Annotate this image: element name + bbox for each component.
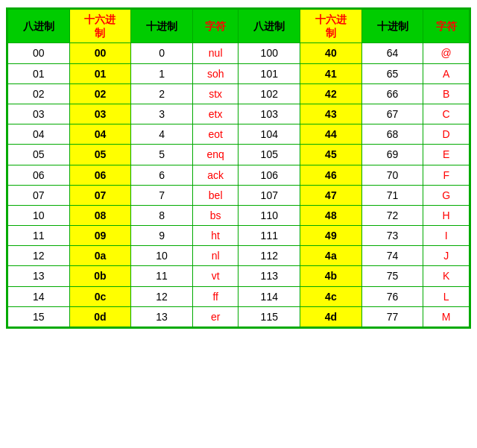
- cell-4-5: 44: [300, 124, 362, 145]
- cell-7-0: 07: [8, 185, 70, 205]
- cell-4-1: 04: [69, 124, 131, 145]
- cell-9-2: 9: [131, 226, 193, 246]
- cell-2-2: 2: [131, 83, 193, 104]
- cell-9-7: I: [423, 226, 470, 246]
- table-row: 10088bs1104872H: [8, 205, 470, 225]
- cell-5-4: 105: [238, 145, 300, 165]
- cell-8-4: 110: [238, 205, 300, 225]
- cell-3-4: 103: [238, 104, 300, 124]
- cell-0-7: @: [423, 43, 470, 63]
- table-row: 05055enq1054569E: [8, 145, 470, 165]
- cell-12-1: 0c: [69, 286, 131, 306]
- cell-11-4: 113: [238, 266, 300, 286]
- cell-3-2: 3: [131, 104, 193, 124]
- cell-13-7: M: [423, 306, 470, 326]
- cell-5-7: E: [423, 145, 470, 165]
- cell-7-4: 107: [238, 185, 300, 205]
- cell-3-3: etx: [192, 104, 238, 124]
- cell-6-1: 06: [69, 165, 131, 185]
- table-row: 140c12ff1144c76L: [8, 286, 470, 306]
- cell-4-3: eot: [192, 124, 238, 145]
- cell-3-7: C: [423, 104, 470, 124]
- cell-5-3: enq: [192, 145, 238, 165]
- cell-11-1: 0b: [69, 266, 131, 286]
- cell-10-0: 12: [8, 246, 70, 266]
- cell-7-5: 47: [300, 185, 362, 205]
- cell-9-6: 73: [361, 226, 423, 246]
- header-oct1: 八进制: [8, 10, 70, 43]
- cell-6-7: F: [423, 165, 470, 185]
- cell-12-4: 114: [238, 286, 300, 306]
- header-hex1: 十六进制: [69, 10, 131, 43]
- cell-1-6: 65: [361, 63, 423, 83]
- header-hex2: 十六进制: [300, 10, 362, 43]
- cell-9-0: 11: [8, 226, 70, 246]
- cell-5-1: 05: [69, 145, 131, 165]
- cell-4-4: 104: [238, 124, 300, 145]
- cell-10-5: 4a: [300, 246, 362, 266]
- cell-0-0: 00: [8, 43, 70, 63]
- cell-1-0: 01: [8, 63, 70, 83]
- header-oct2: 八进制: [238, 10, 300, 43]
- cell-3-5: 43: [300, 104, 362, 124]
- cell-5-6: 69: [361, 145, 423, 165]
- cell-8-6: 72: [361, 205, 423, 225]
- table-row: 04044eot1044468D: [8, 124, 470, 145]
- table-row: 07077bel1074771G: [8, 185, 470, 205]
- cell-7-6: 71: [361, 185, 423, 205]
- cell-5-0: 05: [8, 145, 70, 165]
- cell-6-2: 6: [131, 165, 193, 185]
- cell-8-5: 48: [300, 205, 362, 225]
- table-row: 150d13er1154d77M: [8, 306, 470, 326]
- cell-12-5: 4c: [300, 286, 362, 306]
- cell-6-0: 06: [8, 165, 70, 185]
- cell-7-2: 7: [131, 185, 193, 205]
- table-row: 120a10nl1124a74J: [8, 246, 470, 266]
- cell-10-1: 0a: [69, 246, 131, 266]
- cell-8-3: bs: [192, 205, 238, 225]
- cell-13-6: 77: [361, 306, 423, 326]
- cell-1-4: 101: [238, 63, 300, 83]
- cell-12-0: 14: [8, 286, 70, 306]
- table-row: 01011soh1014165A: [8, 63, 470, 83]
- cell-0-4: 100: [238, 43, 300, 63]
- cell-0-5: 40: [300, 43, 362, 63]
- cell-12-3: ff: [192, 286, 238, 306]
- cell-4-2: 4: [131, 124, 193, 145]
- cell-13-5: 4d: [300, 306, 362, 326]
- cell-11-7: K: [423, 266, 470, 286]
- cell-12-2: 12: [131, 286, 193, 306]
- header-dec2: 十进制: [361, 10, 423, 43]
- cell-2-1: 02: [69, 83, 131, 104]
- cell-1-7: A: [423, 63, 470, 83]
- cell-11-0: 13: [8, 266, 70, 286]
- cell-4-0: 04: [8, 124, 70, 145]
- cell-1-3: soh: [192, 63, 238, 83]
- cell-5-5: 45: [300, 145, 362, 165]
- cell-9-5: 49: [300, 226, 362, 246]
- table-row: 06066ack1064670F: [8, 165, 470, 185]
- cell-8-1: 08: [69, 205, 131, 225]
- cell-3-1: 03: [69, 104, 131, 124]
- cell-13-3: er: [192, 306, 238, 326]
- cell-12-7: L: [423, 286, 470, 306]
- cell-13-4: 115: [238, 306, 300, 326]
- cell-1-2: 1: [131, 63, 193, 83]
- cell-10-4: 112: [238, 246, 300, 266]
- cell-13-1: 0d: [69, 306, 131, 326]
- cell-10-7: J: [423, 246, 470, 266]
- cell-8-7: H: [423, 205, 470, 225]
- cell-6-3: ack: [192, 165, 238, 185]
- cell-8-0: 10: [8, 205, 70, 225]
- table-row: 03033etx1034367C: [8, 104, 470, 124]
- cell-9-1: 09: [69, 226, 131, 246]
- cell-10-6: 74: [361, 246, 423, 266]
- cell-7-7: G: [423, 185, 470, 205]
- cell-11-6: 75: [361, 266, 423, 286]
- cell-4-6: 68: [361, 124, 423, 145]
- cell-6-5: 46: [300, 165, 362, 185]
- cell-7-1: 07: [69, 185, 131, 205]
- table-row: 02022stx1024266B: [8, 83, 470, 104]
- cell-11-3: vt: [192, 266, 238, 286]
- cell-13-0: 15: [8, 306, 70, 326]
